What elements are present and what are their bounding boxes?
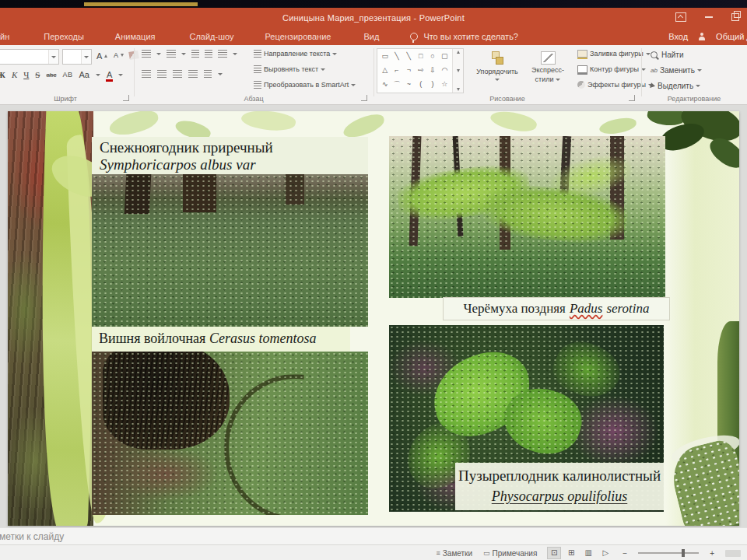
bold-button[interactable]: Ж (0, 70, 5, 79)
zoom-slider[interactable] (638, 552, 699, 554)
shape-icon[interactable]: ) (426, 77, 438, 91)
decrease-indent-icon[interactable] (191, 50, 199, 58)
shape-icon[interactable]: ∿ (379, 77, 391, 91)
find-button[interactable]: Найти (651, 51, 684, 59)
change-case-button[interactable]: Аа (79, 70, 89, 79)
drawing-dialog-launcher[interactable] (629, 95, 635, 101)
ribbon-display-options-icon[interactable] (675, 12, 686, 22)
font-color-button[interactable]: А (107, 70, 112, 79)
paragraph-dialog-launcher[interactable] (361, 95, 367, 101)
view-button[interactable]: ▥ (582, 548, 594, 558)
shape-icon[interactable]: ╲ (391, 49, 402, 63)
zoom-in-button[interactable]: + (710, 549, 714, 558)
plant-label-ninebark[interactable]: Пузыреплодник калинолистный Physocarpus … (455, 463, 664, 510)
photo-ninebark-leaves[interactable]: Пузыреплодник калинолистный Physocarpus … (389, 325, 664, 512)
shape-icon[interactable]: ⇩ (426, 63, 438, 77)
replace-button[interactable]: ab Заменить (651, 66, 702, 75)
quick-styles-button[interactable]: Экспресс- стили (526, 51, 570, 83)
tab-review[interactable]: Рецензирование (265, 32, 331, 41)
shape-icon[interactable]: ▢ (439, 49, 451, 63)
chevron-down-icon[interactable] (96, 74, 100, 76)
shape-icon[interactable]: ⌒ (391, 77, 402, 91)
restore-icon[interactable] (731, 13, 739, 21)
shape-icon[interactable]: ◠ (439, 63, 451, 77)
chevron-down-icon[interactable] (218, 73, 223, 75)
select-button[interactable]: Выделить (651, 82, 700, 90)
photo-snowberry-shrub[interactable] (92, 174, 368, 327)
notes-toggle-button[interactable]: ≡ Заметки (437, 549, 473, 558)
tab-slideshow[interactable]: Слайд-шоу (189, 32, 233, 41)
strikethrough-button[interactable]: S (35, 70, 40, 79)
shape-icon[interactable]: ○ (426, 49, 438, 63)
sign-in-link[interactable]: Вход (668, 32, 688, 41)
underline-button[interactable]: Ч (23, 70, 29, 79)
text-direction-button[interactable]: Направление текста (254, 50, 337, 58)
increase-indent-icon[interactable] (205, 50, 212, 58)
view-button[interactable]: ▷ (599, 548, 612, 558)
align-left-icon[interactable] (142, 70, 151, 78)
smartart-icon (254, 81, 261, 89)
italic-button[interactable]: К (12, 70, 17, 79)
shape-icon[interactable]: ☆ (439, 77, 451, 91)
justify-icon[interactable] (188, 70, 198, 78)
view-button[interactable]: ⊡ (548, 548, 560, 558)
shape-icon[interactable]: ( (415, 77, 426, 91)
tab-design-partial[interactable]: йн (0, 32, 9, 41)
chevron-down-icon[interactable] (233, 53, 237, 55)
slide-canvas[interactable]: Снежноягодник приречный Symphoricarpos a… (8, 111, 739, 526)
share-button[interactable]: Общий доступ (716, 32, 747, 41)
chevron-down-icon[interactable] (156, 53, 161, 55)
scroll-down-icon[interactable] (457, 69, 460, 72)
scroll-up-icon[interactable] (457, 51, 460, 54)
bullets-icon[interactable] (142, 50, 151, 58)
shape-icon[interactable]: ~ (403, 77, 415, 91)
plant-label-black-cherry[interactable]: Черёмуха поздняя Padus serotina (444, 298, 669, 320)
photo-black-cherry-forest[interactable] (389, 136, 665, 298)
minimize-icon[interactable] (705, 16, 713, 18)
font-dialog-launcher[interactable] (123, 95, 129, 101)
shape-icon[interactable]: ¬ (403, 63, 415, 77)
shape-effects-icon (577, 81, 585, 89)
text-shadow-button[interactable]: abc (46, 72, 56, 79)
shape-icon[interactable]: □ (415, 49, 426, 63)
comments-toggle-button[interactable]: ▭ Примечания (483, 549, 537, 558)
font-size-combobox[interactable] (62, 49, 92, 65)
convert-smartart-button[interactable]: Преобразовать в SmartArt (254, 81, 356, 89)
arrange-button[interactable]: Упорядочить (473, 51, 521, 81)
shapes-gallery-scrollbar[interactable] (452, 49, 463, 93)
shape-icon[interactable]: ╲ (403, 49, 415, 63)
shrink-font-button[interactable]: А (114, 51, 124, 59)
plant-label-nanking-cherry[interactable]: Вишня войлочная Cerasus tomentosa (92, 327, 350, 352)
character-spacing-button[interactable]: АВ (62, 71, 72, 79)
grow-font-button[interactable]: А (96, 51, 107, 61)
columns-icon[interactable] (204, 70, 212, 78)
chevron-down-icon[interactable] (118, 74, 123, 76)
view-button[interactable]: ⊞ (565, 548, 577, 558)
shape-icon[interactable]: ⌐ (391, 63, 402, 77)
align-text-button[interactable]: Выровнять текст (254, 65, 325, 73)
tab-transitions[interactable]: Переходы (44, 32, 84, 41)
zoom-out-button[interactable]: − (622, 549, 627, 558)
font-name-combobox[interactable] (0, 49, 59, 65)
shape-outline-button[interactable]: Контур фигуры (577, 65, 646, 73)
photo-tree-trunk-ground[interactable] (92, 352, 368, 515)
shape-fill-button[interactable]: Заливка фигуры (577, 50, 651, 58)
align-right-icon[interactable] (173, 70, 182, 78)
notes-panel[interactable]: Заметки к слайду (0, 527, 747, 545)
lightbulb-icon (410, 33, 418, 40)
shapes-gallery[interactable]: ▭╲╲□○▢△⌐¬⇨⇩◠∿⌒~()☆ (377, 48, 464, 93)
zoom-slider-thumb[interactable] (682, 549, 685, 557)
tab-view[interactable]: Вид (363, 32, 379, 41)
align-center-icon[interactable] (157, 70, 167, 78)
plant-name-ru: Черёмуха поздняя (464, 301, 566, 317)
tell-me-box[interactable]: Что вы хотите сделать? (410, 32, 518, 41)
shape-icon[interactable]: △ (379, 63, 391, 77)
numbering-icon[interactable] (167, 50, 176, 58)
line-spacing-icon[interactable] (218, 50, 227, 58)
shape-icon[interactable]: ▭ (379, 49, 391, 63)
shape-icon[interactable]: ⇨ (415, 63, 426, 77)
tab-animations[interactable]: Анимация (115, 32, 156, 41)
plant-label-snowberry[interactable]: Снежноягодник приречный Symphoricarpos a… (92, 137, 368, 174)
gallery-more-icon[interactable] (457, 88, 460, 91)
chevron-down-icon[interactable] (181, 53, 186, 55)
